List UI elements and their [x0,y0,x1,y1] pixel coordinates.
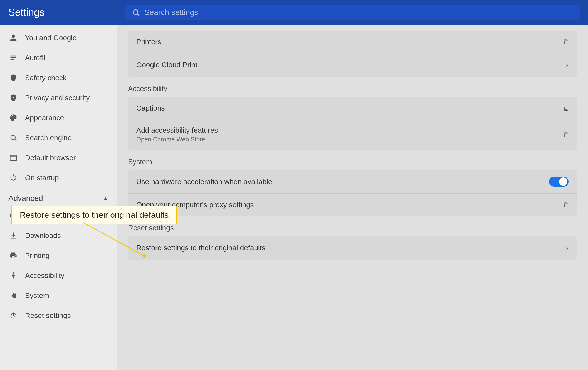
sidebar-label-reset-settings: Reset settings [25,311,71,320]
svg-point-13 [13,272,14,274]
svg-line-7 [15,139,16,141]
svg-line-1 [137,14,139,16]
sidebar-label-on-startup: On startup [25,174,59,182]
sidebar-item-you-google[interactable]: You and Google [0,28,117,48]
search-bar[interactable] [125,5,580,20]
system-card: Use hardware acceleration when available… [128,170,577,216]
sidebar-label-printing: Printing [25,251,50,260]
sidebar-label-privacy: Privacy and security [25,94,90,102]
autofill-icon [8,53,18,63]
advanced-label: Advanced [8,194,43,203]
sidebar-label-accessibility: Accessibility [25,271,65,280]
wrench-icon [8,291,18,301]
sidebar-item-appearance[interactable]: Appearance [0,108,117,128]
captions-external-icon [563,104,569,112]
sidebar-item-accessibility[interactable]: Accessibility [0,266,117,286]
search-engine-icon [8,133,18,143]
app-title: Settings [8,7,125,18]
restore-defaults-label: Restore settings to their original defau… [136,244,560,252]
sidebar-item-reset-settings[interactable]: Reset settings [0,306,117,326]
accessibility-icon [8,271,18,281]
sidebar-label-system: System [25,291,49,300]
reset-section-title: Reset settings [128,224,577,232]
accessibility-section-title: Accessibility [128,84,577,93]
browser-icon [8,153,18,163]
captions-label: Captions [136,104,558,112]
sidebar-label-downloads: Downloads [25,231,61,240]
hardware-accel-toggle[interactable] [549,177,569,187]
sidebar-label-safety-check: Safety check [25,74,66,82]
proxy-settings-label: Open your computer's proxy settings [136,201,558,209]
proxy-settings-item[interactable]: Open your computer's proxy settings [128,194,577,216]
svg-point-0 [133,10,138,14]
printers-label: Printers [136,38,558,46]
sidebar-label-default-browser: Default browser [25,154,76,162]
advanced-section-header[interactable]: Advanced ▲ [0,188,117,206]
search-input[interactable] [144,8,573,17]
printers-external-icon [563,37,569,46]
sidebar: You and Google Autofill Safety check Pri… [0,25,117,370]
reset-card: Restore settings to their original defau… [128,236,577,260]
sidebar-item-on-startup[interactable]: On startup [0,168,117,188]
google-cloud-print-chevron-icon [565,60,569,70]
add-accessibility-label: Add accessibility features [136,126,558,135]
shield-lock-icon [8,93,18,103]
svg-point-5 [13,97,14,99]
sidebar-item-system[interactable]: System [0,286,117,306]
main-layout: You and Google Autofill Safety check Pri… [0,25,588,370]
sidebar-item-search-engine[interactable]: Search engine [0,128,117,148]
system-section-title: System [128,158,577,166]
svg-rect-8 [10,155,16,161]
shield-icon [8,73,18,83]
printers-item[interactable]: Printers [128,31,577,53]
accessibility-card: Captions Add accessibility features Open… [128,97,577,150]
add-accessibility-subtitle: Open Chrome Web Store [136,136,558,143]
captions-item[interactable]: Captions [128,97,577,119]
header: Settings [0,0,588,25]
sidebar-item-languages[interactable]: Languages [0,206,117,226]
add-accessibility-external-icon [563,130,569,139]
svg-rect-3 [11,57,16,58]
restore-defaults-chevron-icon [565,243,569,253]
sidebar-label-languages: Languages [25,211,61,220]
globe-icon [8,211,18,221]
restore-defaults-item[interactable]: Restore settings to their original defau… [128,236,577,260]
sidebar-label-search-engine: Search engine [25,134,72,142]
sidebar-label-you-google: You and Google [25,34,77,42]
sidebar-item-downloads[interactable]: Downloads [0,226,117,246]
sidebar-item-safety-check[interactable]: Safety check [0,68,117,88]
palette-icon [8,113,18,123]
proxy-settings-external-icon [563,200,569,209]
sidebar-item-printing[interactable]: Printing [0,246,117,266]
sidebar-item-autofill[interactable]: Autofill [0,48,117,68]
svg-point-6 [11,135,15,140]
add-accessibility-item[interactable]: Add accessibility features Open Chrome W… [128,119,577,150]
search-icon [132,8,140,17]
svg-rect-4 [11,59,14,60]
history-icon [8,311,18,321]
content-area: Printers Google Cloud Print Accessibilit… [117,25,588,370]
sidebar-item-default-browser[interactable]: Default browser [0,148,117,168]
hardware-accel-label: Use hardware acceleration when available [136,178,543,186]
person-icon [8,33,18,43]
google-cloud-print-item[interactable]: Google Cloud Print [128,53,577,77]
printers-card: Printers Google Cloud Print [128,31,577,77]
download-icon [8,231,18,241]
print-icon [8,251,18,261]
svg-rect-2 [11,56,16,57]
power-icon [8,173,18,183]
google-cloud-print-label: Google Cloud Print [136,61,560,69]
sidebar-label-appearance: Appearance [25,114,64,122]
sidebar-item-privacy[interactable]: Privacy and security [0,88,117,108]
collapse-icon: ▲ [102,195,108,202]
hardware-accel-item[interactable]: Use hardware acceleration when available [128,170,577,194]
sidebar-label-autofill: Autofill [25,54,47,62]
